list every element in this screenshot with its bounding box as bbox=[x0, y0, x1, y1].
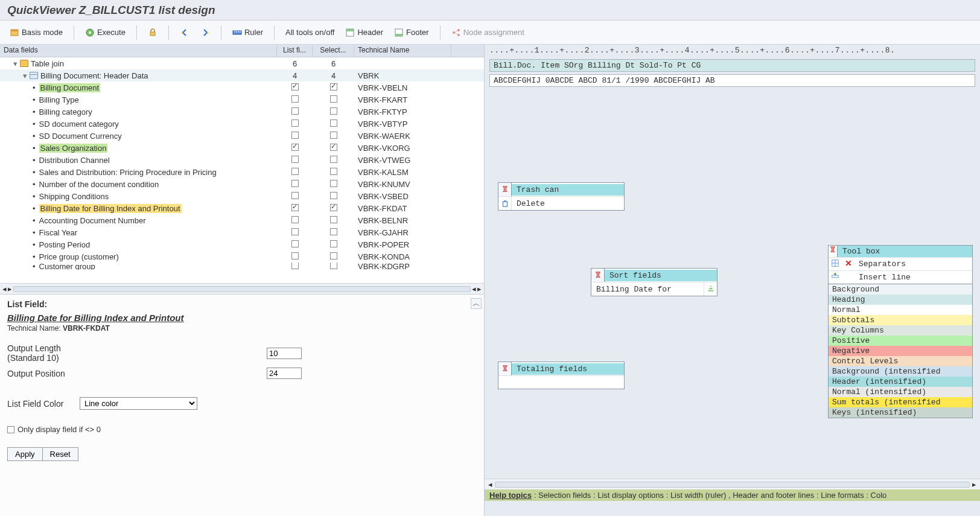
selection-field-checkbox[interactable] bbox=[330, 228, 337, 235]
tool-box[interactable]: Tool box Separators Insert line Backgrou… bbox=[828, 245, 973, 418]
list-field-checkbox[interactable] bbox=[291, 228, 299, 235]
totaling-empty-row[interactable] bbox=[498, 375, 624, 389]
list-field-checkbox[interactable] bbox=[291, 95, 299, 103]
scroll-right-icon[interactable]: ▸ bbox=[8, 284, 12, 293]
color-swatch[interactable]: Background bbox=[829, 284, 972, 295]
scroll-left-icon[interactable]: ◂ bbox=[488, 480, 492, 489]
col-select[interactable]: Select... bbox=[313, 45, 354, 57]
tree-item-label-cell[interactable]: • Accounting Document Number bbox=[0, 216, 277, 225]
color-swatch[interactable]: Normal (intensified) bbox=[829, 387, 972, 397]
tree-item[interactable]: • Number of the document conditionVBRK-K… bbox=[0, 178, 484, 190]
tree-item[interactable]: • Sales OrganizationVBRK-VKORG bbox=[0, 142, 484, 154]
all-tools-button[interactable]: All tools on/off bbox=[282, 26, 338, 39]
selection-field-checkbox[interactable] bbox=[330, 156, 337, 163]
selection-field-checkbox[interactable] bbox=[330, 192, 337, 199]
trash-can-box[interactable]: Trash can Delete bbox=[498, 182, 625, 211]
right-horizontal-scroll[interactable]: ◂ ▸ bbox=[485, 479, 980, 489]
list-field-checkbox[interactable] bbox=[291, 107, 299, 115]
node-assignment-button[interactable]: Node assignment bbox=[448, 26, 528, 39]
pin-icon[interactable] bbox=[498, 183, 512, 196]
list-field-checkbox[interactable] bbox=[291, 132, 299, 139]
selection-field-checkbox[interactable] bbox=[330, 83, 337, 91]
color-swatch[interactable]: Sum totals (intensified bbox=[829, 397, 972, 407]
tree-item[interactable]: • Billing categoryVBRK-FKTYP bbox=[0, 106, 484, 118]
color-swatch[interactable]: Background (intensified bbox=[829, 366, 972, 377]
expand-icon[interactable]: ▾ bbox=[23, 71, 27, 80]
tree-item-label-cell[interactable]: • SD Document Currency bbox=[0, 132, 277, 141]
tree-item-label-cell[interactable]: • SD document category bbox=[0, 119, 277, 129]
scroll-left-icon[interactable]: ◂ bbox=[472, 284, 476, 293]
tree-item-label-cell[interactable]: • Customer group bbox=[0, 263, 277, 270]
tree-horizontal-scroll[interactable]: ◂ ▸ ◂ ▸ bbox=[0, 283, 484, 294]
tree-item[interactable]: • Shipping ConditionsVBRK-VSBED bbox=[0, 190, 484, 202]
selection-field-checkbox[interactable] bbox=[330, 240, 337, 247]
sort-fields-box[interactable]: Sort fields Billing Date for bbox=[591, 268, 718, 296]
col-list-fi[interactable]: List fi... bbox=[277, 45, 313, 57]
color-swatch[interactable]: Subtotals bbox=[829, 315, 972, 325]
tree-body[interactable]: ▾ Table join 6 6 ▾ Billing Document: Hea… bbox=[0, 57, 484, 283]
color-swatch[interactable]: Negative bbox=[829, 346, 972, 356]
tree-item-label-cell[interactable]: • Posting Period bbox=[0, 240, 277, 249]
list-field-checkbox[interactable] bbox=[291, 240, 299, 247]
output-length-input[interactable] bbox=[267, 348, 302, 359]
list-field-checkbox[interactable] bbox=[291, 204, 299, 211]
list-field-checkbox[interactable] bbox=[291, 252, 299, 260]
nav-prev-button[interactable] bbox=[176, 26, 193, 39]
selection-field-checkbox[interactable] bbox=[330, 119, 337, 127]
pin-icon[interactable] bbox=[829, 246, 838, 257]
tree-item-label-cell[interactable]: • Fiscal Year bbox=[0, 228, 277, 237]
selection-field-checkbox[interactable] bbox=[330, 144, 337, 151]
selection-field-checkbox[interactable] bbox=[330, 252, 337, 260]
col-data-fields[interactable]: Data fields bbox=[0, 45, 277, 57]
scroll-up-button[interactable]: ︿ bbox=[471, 298, 482, 309]
tree-item[interactable]: • Customer groupVBRK-KDGRP bbox=[0, 263, 484, 270]
list-field-color-select[interactable]: Line color bbox=[80, 397, 197, 410]
help-topics-bar[interactable]: Help topics : Selection fields : List di… bbox=[485, 489, 980, 501]
insert-line-row[interactable]: Insert line bbox=[829, 270, 972, 284]
tree-item-label-cell[interactable]: • Distribution Channel bbox=[0, 156, 277, 165]
scroll-right-icon[interactable]: ▸ bbox=[972, 480, 976, 489]
tree-item[interactable]: • SD Document CurrencyVBRK-WAERK bbox=[0, 130, 484, 142]
tree-item[interactable]: • Billing Date for Billing Index and Pri… bbox=[0, 202, 484, 214]
tree-item[interactable]: • Posting PeriodVBRK-POPER bbox=[0, 238, 484, 250]
totaling-fields-box[interactable]: Totaling fields bbox=[498, 362, 625, 389]
tree-item-label-cell[interactable]: • Billing Date for Billing Index and Pri… bbox=[0, 204, 277, 213]
pin-icon[interactable] bbox=[498, 362, 512, 375]
tree-item[interactable]: • Accounting Document NumberVBRK-BELNR bbox=[0, 214, 484, 226]
color-swatch[interactable]: Header (intensified) bbox=[829, 377, 972, 387]
tree-item[interactable]: • Price group (customer)VBRK-KONDA bbox=[0, 250, 484, 263]
tree-item[interactable]: • Billing TypeVBRK-FKART bbox=[0, 94, 484, 106]
list-field-checkbox[interactable] bbox=[291, 119, 299, 127]
color-swatch[interactable]: Positive bbox=[829, 336, 972, 346]
color-swatch[interactable]: Key Columns bbox=[829, 325, 972, 336]
selection-field-checkbox[interactable] bbox=[330, 180, 337, 187]
scroll-right-icon[interactable]: ▸ bbox=[477, 284, 482, 293]
tree-header-row[interactable]: ▾ Billing Document: Header Data bbox=[0, 71, 277, 80]
basis-mode-button[interactable]: Basis mode bbox=[6, 26, 66, 39]
expand-icon[interactable]: ▾ bbox=[13, 59, 18, 68]
color-swatch[interactable]: Normal bbox=[829, 305, 972, 315]
apply-button[interactable]: Apply bbox=[7, 447, 42, 461]
scroll-track[interactable] bbox=[495, 482, 970, 488]
ruler-button[interactable]: Ruler bbox=[229, 26, 267, 39]
color-swatch[interactable]: Heading bbox=[829, 295, 972, 305]
sort-field-item[interactable]: Billing Date for bbox=[591, 282, 717, 296]
tree-item-label-cell[interactable]: • Shipping Conditions bbox=[0, 192, 277, 201]
footer-button[interactable]: Footer bbox=[390, 26, 433, 39]
output-position-input[interactable] bbox=[267, 368, 302, 379]
selection-field-checkbox[interactable] bbox=[330, 168, 337, 175]
preview-header-line[interactable]: Bill.Doc. Item SOrg Billing Dt Sold-To P… bbox=[489, 59, 975, 72]
list-field-checkbox[interactable] bbox=[291, 192, 299, 199]
tree-item-label-cell[interactable]: • Sales Organization bbox=[0, 144, 277, 153]
scroll-track[interactable] bbox=[13, 286, 471, 292]
tree-item[interactable]: • Sales and Distribution: Pricing Proced… bbox=[0, 166, 484, 178]
separators-row[interactable]: Separators bbox=[829, 257, 972, 270]
list-field-checkbox[interactable] bbox=[291, 156, 299, 163]
tree-root[interactable]: ▾ Table join bbox=[0, 59, 277, 68]
tree-item-label-cell[interactable]: • Number of the document condition bbox=[0, 180, 277, 189]
tree-item[interactable]: • Fiscal YearVBRK-GJAHR bbox=[0, 226, 484, 238]
reset-button[interactable]: Reset bbox=[42, 447, 78, 461]
selection-field-checkbox[interactable] bbox=[330, 204, 337, 211]
list-field-checkbox[interactable] bbox=[291, 168, 299, 175]
selection-field-checkbox[interactable] bbox=[330, 107, 337, 115]
